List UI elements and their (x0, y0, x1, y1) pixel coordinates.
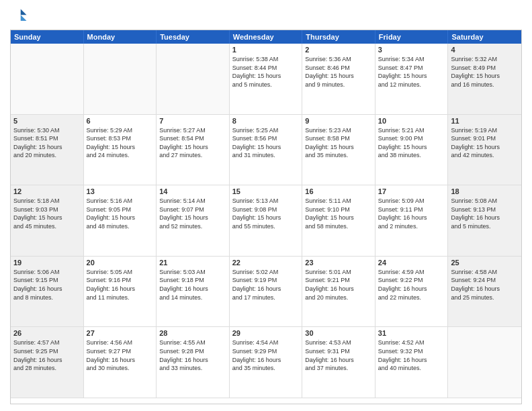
cell-info: Sunrise: 5:01 AM Sunset: 9:21 PM Dayligh… (305, 268, 372, 302)
calendar-cell: 12Sunrise: 5:18 AM Sunset: 9:03 PM Dayli… (11, 185, 84, 257)
logo-icon (10, 7, 29, 26)
weekday-header: Monday (84, 30, 157, 44)
weekday-header: Wednesday (230, 30, 303, 44)
cell-info: Sunrise: 5:18 AM Sunset: 9:03 PM Dayligh… (13, 197, 81, 230)
cell-info: Sunrise: 5:34 AM Sunset: 8:47 PM Dayligh… (378, 55, 445, 89)
cell-info: Sunrise: 5:09 AM Sunset: 9:11 PM Dayligh… (378, 197, 445, 230)
calendar-cell: 30Sunrise: 4:53 AM Sunset: 9:31 PM Dayli… (302, 327, 375, 398)
cell-info: Sunrise: 5:21 AM Sunset: 9:00 PM Dayligh… (378, 126, 445, 160)
calendar-cell: 24Sunrise: 4:59 AM Sunset: 9:22 PM Dayli… (375, 257, 449, 328)
calendar-header: SundayMondayTuesdayWednesdayThursdayFrid… (11, 30, 521, 44)
cell-info: Sunrise: 4:59 AM Sunset: 9:22 PM Dayligh… (378, 268, 445, 302)
day-number: 4 (451, 46, 519, 54)
calendar-cell (11, 44, 84, 115)
calendar-cell: 31Sunrise: 4:52 AM Sunset: 9:32 PM Dayli… (375, 327, 449, 398)
cell-info: Sunrise: 5:32 AM Sunset: 8:49 PM Dayligh… (451, 55, 519, 89)
calendar-cell: 20Sunrise: 5:05 AM Sunset: 9:16 PM Dayli… (84, 257, 157, 328)
header (10, 7, 522, 26)
cell-info: Sunrise: 5:11 AM Sunset: 9:10 PM Dayligh… (305, 197, 372, 230)
calendar-body: 1Sunrise: 5:38 AM Sunset: 8:44 PM Daylig… (11, 44, 521, 398)
calendar-cell: 16Sunrise: 5:11 AM Sunset: 9:10 PM Dayli… (302, 185, 375, 257)
calendar-cell: 4Sunrise: 5:32 AM Sunset: 8:49 PM Daylig… (448, 44, 521, 115)
day-number: 7 (159, 117, 226, 125)
calendar-cell: 22Sunrise: 5:02 AM Sunset: 9:19 PM Dayli… (230, 257, 303, 328)
cell-info: Sunrise: 5:23 AM Sunset: 8:58 PM Dayligh… (305, 126, 372, 160)
calendar-cell: 28Sunrise: 4:55 AM Sunset: 9:28 PM Dayli… (157, 327, 230, 398)
cell-info: Sunrise: 5:27 AM Sunset: 8:54 PM Dayligh… (159, 126, 226, 160)
calendar-cell: 26Sunrise: 4:57 AM Sunset: 9:25 PM Dayli… (11, 327, 84, 398)
day-number: 15 (232, 187, 300, 195)
page: SundayMondayTuesdayWednesdayThursdayFrid… (0, 0, 532, 411)
day-number: 14 (159, 187, 226, 195)
calendar-cell: 14Sunrise: 5:14 AM Sunset: 9:07 PM Dayli… (157, 185, 230, 257)
day-number: 3 (378, 46, 445, 54)
weekday-header: Sunday (11, 30, 84, 44)
logo (10, 7, 32, 26)
svg-marker-0 (21, 9, 27, 15)
day-number: 21 (159, 259, 226, 267)
day-number: 24 (378, 259, 445, 267)
cell-info: Sunrise: 5:13 AM Sunset: 9:08 PM Dayligh… (232, 197, 300, 230)
calendar-cell (448, 327, 521, 398)
weekday-header: Saturday (448, 30, 521, 44)
cell-info: Sunrise: 5:14 AM Sunset: 9:07 PM Dayligh… (159, 197, 226, 230)
cell-info: Sunrise: 5:38 AM Sunset: 8:44 PM Dayligh… (232, 55, 300, 89)
day-number: 16 (305, 187, 372, 195)
calendar-cell: 23Sunrise: 5:01 AM Sunset: 9:21 PM Dayli… (302, 257, 375, 328)
calendar: SundayMondayTuesdayWednesdayThursdayFrid… (10, 30, 522, 404)
calendar-cell: 11Sunrise: 5:19 AM Sunset: 9:01 PM Dayli… (448, 115, 521, 186)
cell-info: Sunrise: 5:02 AM Sunset: 9:19 PM Dayligh… (232, 268, 300, 302)
calendar-cell: 6Sunrise: 5:29 AM Sunset: 8:53 PM Daylig… (84, 115, 157, 186)
cell-info: Sunrise: 5:03 AM Sunset: 9:18 PM Dayligh… (159, 268, 226, 302)
cell-info: Sunrise: 4:57 AM Sunset: 9:25 PM Dayligh… (13, 338, 81, 372)
day-number: 31 (378, 329, 445, 337)
day-number: 23 (305, 259, 372, 267)
day-number: 1 (232, 46, 300, 54)
calendar-cell: 2Sunrise: 5:36 AM Sunset: 8:46 PM Daylig… (302, 44, 375, 115)
calendar-cell: 27Sunrise: 4:56 AM Sunset: 9:27 PM Dayli… (84, 327, 157, 398)
calendar-cell (157, 44, 230, 115)
day-number: 20 (87, 259, 154, 267)
day-number: 2 (305, 46, 372, 54)
calendar-cell: 8Sunrise: 5:25 AM Sunset: 8:56 PM Daylig… (230, 115, 303, 186)
day-number: 25 (451, 259, 519, 267)
day-number: 29 (232, 329, 300, 337)
day-number: 6 (87, 117, 154, 125)
day-number: 30 (305, 329, 372, 337)
cell-info: Sunrise: 4:58 AM Sunset: 9:24 PM Dayligh… (451, 268, 519, 302)
cell-info: Sunrise: 5:36 AM Sunset: 8:46 PM Dayligh… (305, 55, 372, 89)
calendar-cell (84, 44, 157, 115)
day-number: 8 (232, 117, 300, 125)
day-number: 10 (378, 117, 445, 125)
day-number: 19 (13, 259, 81, 267)
cell-info: Sunrise: 5:08 AM Sunset: 9:13 PM Dayligh… (451, 197, 519, 230)
weekday-header: Thursday (302, 30, 375, 44)
calendar-cell: 21Sunrise: 5:03 AM Sunset: 9:18 PM Dayli… (157, 257, 230, 328)
calendar-cell: 29Sunrise: 4:54 AM Sunset: 9:29 PM Dayli… (230, 327, 303, 398)
cell-info: Sunrise: 4:56 AM Sunset: 9:27 PM Dayligh… (87, 338, 154, 372)
calendar-cell: 3Sunrise: 5:34 AM Sunset: 8:47 PM Daylig… (375, 44, 449, 115)
calendar-cell: 15Sunrise: 5:13 AM Sunset: 9:08 PM Dayli… (230, 185, 303, 257)
cell-info: Sunrise: 5:05 AM Sunset: 9:16 PM Dayligh… (87, 268, 154, 302)
cell-info: Sunrise: 5:29 AM Sunset: 8:53 PM Dayligh… (87, 126, 154, 160)
day-number: 13 (87, 187, 154, 195)
calendar-cell: 17Sunrise: 5:09 AM Sunset: 9:11 PM Dayli… (375, 185, 449, 257)
calendar-cell: 25Sunrise: 4:58 AM Sunset: 9:24 PM Dayli… (448, 257, 521, 328)
calendar-cell: 7Sunrise: 5:27 AM Sunset: 8:54 PM Daylig… (157, 115, 230, 186)
cell-info: Sunrise: 4:54 AM Sunset: 9:29 PM Dayligh… (232, 338, 300, 372)
cell-info: Sunrise: 5:30 AM Sunset: 8:51 PM Dayligh… (13, 126, 81, 160)
calendar-cell: 5Sunrise: 5:30 AM Sunset: 8:51 PM Daylig… (11, 115, 84, 186)
day-number: 17 (378, 187, 445, 195)
cell-info: Sunrise: 5:06 AM Sunset: 9:15 PM Dayligh… (13, 268, 81, 302)
day-number: 18 (451, 187, 519, 195)
cell-info: Sunrise: 5:25 AM Sunset: 8:56 PM Dayligh… (232, 126, 300, 160)
calendar-cell: 9Sunrise: 5:23 AM Sunset: 8:58 PM Daylig… (302, 115, 375, 186)
svg-marker-1 (21, 15, 27, 21)
day-number: 9 (305, 117, 372, 125)
cell-info: Sunrise: 5:19 AM Sunset: 9:01 PM Dayligh… (451, 126, 519, 160)
calendar-cell: 1Sunrise: 5:38 AM Sunset: 8:44 PM Daylig… (230, 44, 303, 115)
weekday-header: Tuesday (157, 30, 230, 44)
weekday-header: Friday (375, 30, 449, 44)
day-number: 28 (159, 329, 226, 337)
day-number: 5 (13, 117, 81, 125)
